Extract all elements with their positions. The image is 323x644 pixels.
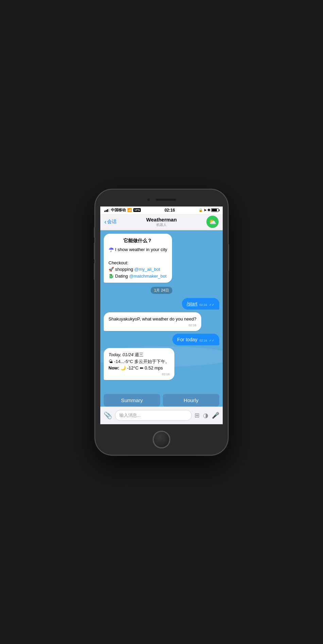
location-icon: ➤ [204,208,206,212]
status-time: 02:16 [165,208,175,213]
battery-icon [211,208,219,212]
status-left: 中国移动 📶 VPN [104,208,141,213]
status-bar: 中国移动 📶 VPN 02:16 🔒 ➤ ✱ [100,207,223,214]
bubble-bot-weather: Today, 01/24 週三 🌤 -14...-5°C 多云开始于下午。 No… [104,348,174,380]
camera-dot [147,198,150,201]
back-label: 会话 [107,219,117,225]
weather-line1: Today, 01/24 週三 [108,351,170,358]
speaker-bar [156,199,176,201]
input-icons: ⊞ ◑ 🎤 [194,412,219,419]
message-start-time: 02:16 [199,303,207,307]
chat-subtitle: 机器人 [146,222,177,227]
quick-replies: Summary Hourly [100,394,223,407]
avatar-emoji: ⛅ [209,218,216,226]
battery-fill [212,209,217,211]
wifi-icon: 📶 [127,208,132,212]
signal-bar-1 [104,211,105,212]
message-input-display[interactable]: 输入消息... [115,410,192,421]
volume-up-button[interactable] [94,242,95,260]
sticker-icon[interactable]: ⊞ [194,412,200,419]
chevron-left-icon: ‹ [104,219,106,225]
chat-area[interactable]: 它能做什么？ ☂️ I show weather in your city Ch… [100,230,223,394]
status-right: 🔒 ➤ ✱ [199,208,219,212]
message-start-checks: ✓✓ [209,303,215,307]
input-placeholder: 输入消息... [119,412,141,418]
intro-checkout: Checkout: [108,260,167,266]
dating-link[interactable]: @matchmaker_bot [129,274,167,279]
phone-device: 中国移动 📶 VPN 02:16 🔒 ➤ ✱ ‹ 会话 Weatherman [95,189,228,455]
mic-icon[interactable]: 🎤 [212,412,219,419]
weather-time: 02:16 [108,372,170,377]
shopping-link[interactable]: @my_ali_bot [134,267,160,272]
signal-bars [104,209,109,212]
summary-button[interactable]: Summary [104,394,160,407]
bubble-user-start: /start 02:16 ✓✓ [182,298,219,310]
bluetooth-icon: ✱ [207,208,210,212]
bubble-bot-question: ShakuyakukyoP, what weather do you need?… [104,312,201,331]
message-today-checks: ✓✓ [209,339,215,342]
nav-center: Weatherman 机器人 [146,217,177,227]
intro-dating: 🐉 Dating @matchmaker_bot [108,273,167,280]
weather-line2: 🌤 -14...-5°C 多云开始于下午。 [108,358,170,365]
intro-title: 它能做什么？ [108,237,167,244]
bubble-bot-intro: 它能做什么？ ☂️ I show weather in your city Ch… [104,234,172,283]
intro-shopping: 🚀 shopping @my_ali_bot [108,266,167,273]
carrier-label: 中国移动 [111,208,126,213]
phone-screen: 中国移动 📶 VPN 02:16 🔒 ➤ ✱ ‹ 会话 Weatherman [100,207,223,424]
bubble-user-today: For today 02:16 ✓✓ [172,334,219,345]
back-button[interactable]: ‹ 会话 [104,219,117,225]
input-bar: 📎 输入消息... ⊞ ◑ 🎤 [100,407,223,424]
date-divider: 1月 24日 [151,287,172,294]
signal-bar-3 [107,209,108,212]
attach-icon[interactable]: 📎 [104,411,112,419]
question-text: ShakuyakukyoP, what weather do you need? [108,316,197,323]
hourly-button[interactable]: Hourly [163,394,219,407]
vpn-badge: VPN [133,208,141,212]
bot-avatar[interactable]: ⛅ [206,216,219,228]
signal-bar-4 [108,209,109,212]
mute-button[interactable] [94,227,95,238]
power-button[interactable] [228,244,229,271]
message-today-time: 02:16 [199,339,207,342]
phone-top-bar [95,189,228,207]
home-button[interactable] [153,431,170,448]
weather-line3: Now: 🌙 -12°C ⬅ 0.52 mps [108,365,170,371]
lock-icon: 🔒 [199,208,203,212]
volume-down-button[interactable] [94,263,95,280]
question-time: 02:16 [108,323,197,328]
nav-bar: ‹ 会话 Weatherman 机器人 ⛅ [100,214,223,230]
message-start-text: /start [187,301,197,307]
intro-line1: ☂️ I show weather in your city [108,246,167,253]
emoji-icon[interactable]: ◑ [203,412,208,419]
message-today-text: For today [177,337,197,342]
phone-bottom [153,424,170,455]
chat-title: Weatherman [146,217,177,222]
signal-bar-2 [106,210,107,212]
